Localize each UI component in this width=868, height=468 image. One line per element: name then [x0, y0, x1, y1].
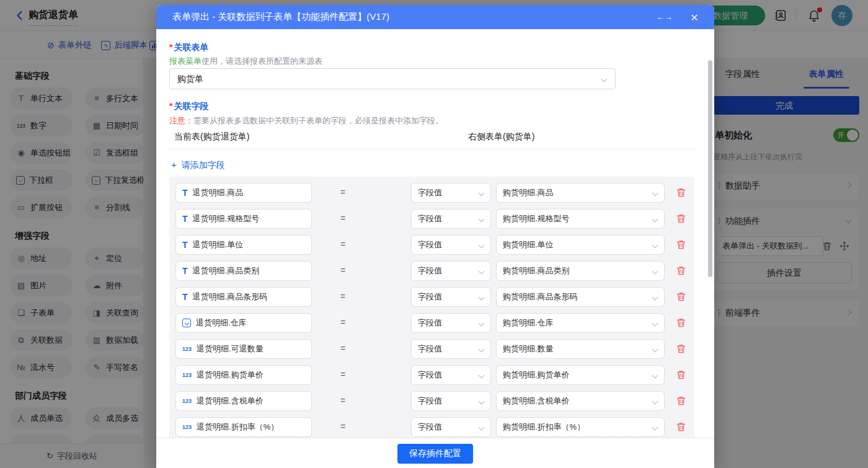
- plus-icon: +: [171, 159, 177, 170]
- mapping-row: T退货明细.规格型号=字段值购货明细.规格型号: [169, 209, 694, 229]
- left-field-label: 退货明细.单位: [193, 239, 244, 250]
- current-table-column-header: 当前表(购货退货单): [174, 131, 249, 143]
- delete-row-icon[interactable]: [676, 187, 686, 198]
- chevron-down-icon: [652, 268, 658, 275]
- value-type-select[interactable]: 字段值: [411, 417, 491, 437]
- modal-title: 表单弹出 - 关联数据到子表单【功能插件配置】(V17): [172, 11, 656, 23]
- source-field-select[interactable]: 购货明细.规格型号: [496, 209, 665, 229]
- chevron-down-icon: [652, 347, 658, 353]
- chevron-down-icon: [652, 399, 658, 405]
- equals-sign: =: [337, 343, 349, 353]
- source-field-select[interactable]: 购货明细.购货单价: [496, 365, 665, 385]
- chevron-down-icon: [479, 347, 485, 353]
- mapping-row: T退货明细.单位=字段值购货明细.单位: [169, 235, 694, 255]
- source-field-select[interactable]: 购货明细.商品条形码: [496, 287, 665, 307]
- left-field-input[interactable]: 123退货明细.购货单价: [175, 365, 312, 385]
- left-field-input[interactable]: T退货明细.商品条形码: [175, 287, 312, 307]
- number-icon: 123: [182, 399, 192, 404]
- left-field-input[interactable]: T退货明细.规格型号: [175, 209, 312, 229]
- number-icon: 123: [182, 373, 192, 378]
- equals-sign: =: [337, 239, 349, 249]
- mapping-row: 123退货明细.折扣率（%）=字段值购货明细.折扣率（%）: [169, 417, 694, 437]
- left-field-label: 退货明细.可退数量: [197, 343, 264, 355]
- equals-sign: =: [337, 395, 349, 405]
- left-field-label: 退货明细.仓库: [196, 317, 247, 329]
- text-icon: T: [182, 267, 188, 275]
- left-field-input[interactable]: 退货明细.仓库: [175, 313, 312, 333]
- source-form-select[interactable]: 购货单: [169, 68, 616, 89]
- column-divider: [169, 149, 694, 149]
- left-field-input[interactable]: 123退货明细.含税单价: [175, 391, 312, 411]
- modal-header[interactable]: 表单弹出 - 关联数据到子表单【功能插件配置】(V17) ← → ×: [156, 5, 714, 29]
- left-field-input[interactable]: T退货明细.商品类别: [175, 261, 312, 281]
- modal-body: *关联表单 报表菜单使用，请选择报表所配置的来源表 购货单 *关联字段 注意：需…: [156, 29, 714, 438]
- value-type-select[interactable]: 字段值: [411, 261, 491, 281]
- source-field-select[interactable]: 购货明细.商品类别: [496, 261, 665, 281]
- chevron-down-icon: [652, 190, 658, 196]
- text-icon: T: [182, 293, 188, 301]
- delete-row-icon[interactable]: [676, 291, 686, 302]
- number-icon: 123: [182, 347, 192, 352]
- mapping-row: T退货明细.商品=字段值购货明细.商品: [169, 183, 694, 203]
- mapping-row: T退货明细.商品条形码=字段值购货明细.商品条形码: [169, 287, 694, 307]
- delete-row-icon[interactable]: [676, 422, 686, 432]
- text-icon: T: [182, 188, 188, 197]
- value-type-select[interactable]: 字段值: [411, 287, 491, 307]
- left-field-input[interactable]: 123退货明细.折扣率（%）: [175, 417, 312, 437]
- chevron-down-icon: [652, 242, 658, 249]
- value-type-select[interactable]: 字段值: [411, 183, 491, 203]
- save-plugin-config-button[interactable]: 保存插件配置: [397, 444, 473, 464]
- delete-row-icon[interactable]: [676, 343, 686, 354]
- equals-sign: =: [337, 291, 349, 301]
- source-field-select[interactable]: 购货明细.含税单价: [496, 391, 665, 411]
- chevron-down-icon: [479, 242, 485, 249]
- left-field-input[interactable]: T退货明细.商品: [175, 183, 312, 203]
- chevron-down-icon: [601, 76, 608, 82]
- close-icon[interactable]: ×: [691, 11, 698, 24]
- source-field-select[interactable]: 购货明细.折扣率（%）: [496, 417, 665, 437]
- mapping-row: 123退货明细.购货单价=字段值购货明细.购货单价: [169, 365, 694, 385]
- text-icon: T: [182, 214, 188, 223]
- left-field-label: 退货明细.折扣率（%）: [197, 422, 278, 433]
- value-type-select[interactable]: 字段值: [411, 209, 491, 229]
- equals-sign: =: [337, 187, 349, 197]
- modal-scrollbar-thumb[interactable]: [708, 60, 712, 277]
- value-type-select[interactable]: 字段值: [411, 313, 491, 333]
- delete-row-icon[interactable]: [676, 317, 686, 328]
- chevron-down-icon: [479, 216, 485, 223]
- value-type-select[interactable]: 字段值: [411, 391, 491, 411]
- value-type-select[interactable]: 字段值: [411, 339, 491, 359]
- delete-row-icon[interactable]: [676, 395, 686, 406]
- chevron-down-icon: [479, 268, 485, 275]
- source-field-select[interactable]: 购货明细.单位: [496, 235, 665, 255]
- plugin-config-modal: 表单弹出 - 关联数据到子表单【功能插件配置】(V17) ← → × *关联表单…: [156, 5, 714, 468]
- delete-row-icon[interactable]: [676, 213, 686, 224]
- delete-row-icon[interactable]: [676, 369, 686, 380]
- delete-row-icon[interactable]: [676, 239, 686, 250]
- expand-icon[interactable]: ← →: [656, 12, 672, 22]
- source-field-select[interactable]: 购货明细.仓库: [496, 313, 665, 333]
- equals-sign: =: [337, 369, 349, 379]
- modal-footer: 保存插件配置: [156, 438, 714, 468]
- value-type-select[interactable]: 字段值: [411, 235, 491, 255]
- equals-sign: =: [337, 317, 349, 327]
- mapping-rows: T退货明细.商品=字段值购货明细.商品T退货明细.规格型号=字段值购货明细.规格…: [169, 177, 694, 438]
- related-form-label: *关联表单: [169, 42, 208, 53]
- mapping-row: 退货明细.仓库=字段值购货明细.仓库: [169, 313, 694, 333]
- chevron-down-icon: [479, 373, 485, 379]
- left-field-input[interactable]: 123退货明细.可退数量: [175, 339, 312, 359]
- select-icon: [182, 319, 191, 327]
- mapping-row: 123退货明细.可退数量=字段值购货明细.数量: [169, 339, 694, 359]
- number-icon: 123: [182, 425, 192, 430]
- delete-row-icon[interactable]: [676, 265, 686, 276]
- value-type-select[interactable]: 字段值: [411, 365, 491, 385]
- left-field-input[interactable]: T退货明细.单位: [175, 235, 312, 255]
- source-field-select[interactable]: 购货明细.数量: [496, 339, 665, 359]
- mapping-row: T退货明细.商品类别=字段值购货明细.商品类别: [169, 261, 694, 281]
- chevron-down-icon: [479, 294, 485, 301]
- left-field-label: 退货明细.规格型号: [193, 213, 260, 224]
- equals-sign: =: [337, 422, 349, 431]
- chevron-down-icon: [652, 216, 658, 223]
- source-field-select[interactable]: 购货明细.商品: [496, 183, 665, 203]
- add-field-link[interactable]: +请添加字段: [171, 159, 225, 171]
